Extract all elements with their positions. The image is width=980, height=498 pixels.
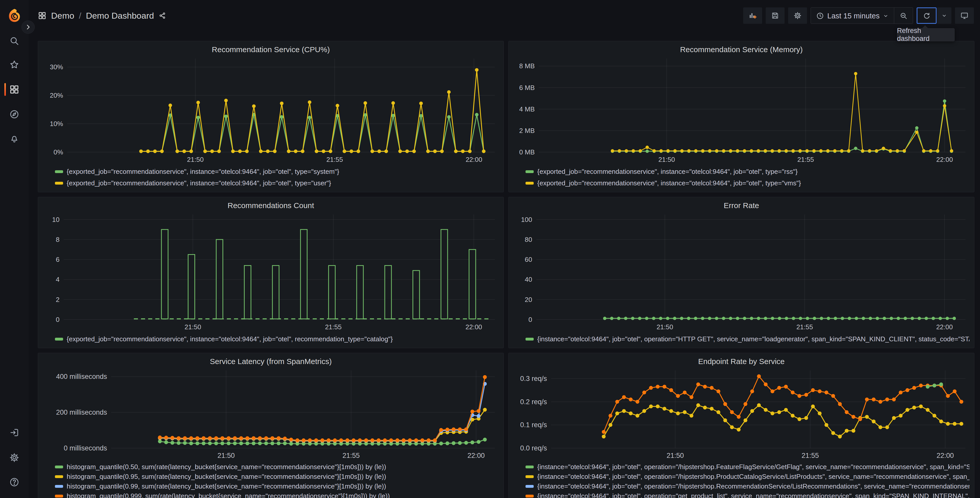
search-icon[interactable] bbox=[9, 36, 19, 46]
legend-item[interactable]: {exported_job="recommendationservice", i… bbox=[55, 334, 499, 345]
legend-label: {instance="otelcol:9464", job="otel", op… bbox=[537, 463, 969, 471]
refresh-button[interactable] bbox=[916, 7, 937, 24]
sidebar-expand-button[interactable] bbox=[21, 21, 35, 34]
breadcrumb-current[interactable]: Demo Dashboard bbox=[86, 11, 154, 21]
compass-icon[interactable] bbox=[9, 109, 19, 120]
legend-label: {exported_job="recommendationservice", i… bbox=[67, 168, 339, 176]
legend-item[interactable]: histogram_quantile(0.99, sum(rate(latenc… bbox=[55, 481, 499, 491]
panel-cpu: Recommendation Service (CPU%) 0%10%20%30… bbox=[38, 41, 504, 192]
dashboards-grid-icon[interactable] bbox=[9, 85, 19, 94]
panel-count: Recommendations Count 024681021:5021:552… bbox=[38, 197, 504, 348]
legend-item[interactable]: {instance="otelcol:9464", job="otel", op… bbox=[525, 462, 969, 472]
legend-item[interactable]: {exported_job="recommendationservice", i… bbox=[525, 177, 969, 189]
sidebar bbox=[0, 0, 29, 498]
star-icon[interactable] bbox=[9, 59, 19, 70]
legend-swatch bbox=[55, 182, 63, 185]
svg-text:21:55: 21:55 bbox=[325, 323, 342, 331]
legend-item[interactable]: {exported_job="recommendationservice", i… bbox=[525, 166, 969, 177]
panel-title[interactable]: Recommendation Service (Memory) bbox=[513, 44, 969, 56]
svg-text:20: 20 bbox=[525, 295, 532, 303]
legend-swatch bbox=[55, 338, 63, 340]
svg-text:21:50: 21:50 bbox=[185, 323, 201, 331]
legend-swatch bbox=[525, 485, 534, 488]
svg-text:21:50: 21:50 bbox=[667, 452, 684, 460]
legend-item[interactable]: histogram_quantile(0.999, sum(rate(laten… bbox=[55, 491, 499, 498]
refresh-controls bbox=[916, 7, 951, 24]
gear-icon[interactable] bbox=[9, 452, 19, 463]
panel-title[interactable]: Service Latency (from SpanMetrics) bbox=[43, 356, 499, 367]
legend-swatch bbox=[525, 466, 534, 468]
svg-text:80: 80 bbox=[525, 235, 532, 243]
refresh-tooltip: Refresh dashboard bbox=[897, 28, 955, 42]
svg-text:200 milliseconds: 200 milliseconds bbox=[56, 409, 107, 416]
memory-chart[interactable]: 0 MB2 MB4 MB6 MB8 MB21:5021:5522:00 bbox=[513, 56, 969, 164]
legend-label: {instance="otelcol:9464", job="otel", op… bbox=[537, 492, 969, 498]
svg-text:400 milliseconds: 400 milliseconds bbox=[56, 373, 107, 380]
dashboard-settings-button[interactable] bbox=[788, 7, 807, 24]
legend-label: histogram_quantile(0.95, sum(rate(latenc… bbox=[67, 473, 386, 480]
cpu-chart[interactable]: 0%10%20%30%21:5021:5522:00 bbox=[43, 56, 499, 164]
svg-text:22:00: 22:00 bbox=[936, 323, 953, 331]
bell-icon[interactable] bbox=[9, 134, 19, 144]
panel-title[interactable]: Recommendations Count bbox=[43, 200, 499, 211]
save-dashboard-button[interactable] bbox=[766, 7, 784, 24]
question-circle-icon[interactable] bbox=[9, 477, 19, 487]
panel-title[interactable]: Error Rate bbox=[513, 200, 969, 211]
error-rate-chart[interactable]: 02040608010021:5021:5522:00 bbox=[513, 211, 969, 332]
svg-text:6 MB: 6 MB bbox=[519, 84, 535, 91]
breadcrumb-root[interactable]: Demo bbox=[51, 11, 74, 21]
legend-item[interactable]: {exported_job="recommendationservice", i… bbox=[55, 166, 499, 177]
svg-text:21:55: 21:55 bbox=[343, 452, 360, 460]
breadcrumb: Demo / Demo Dashboard bbox=[38, 0, 166, 31]
latency-legend: histogram_quantile(0.50, sum(rate(latenc… bbox=[43, 460, 499, 498]
sign-in-icon[interactable] bbox=[9, 428, 19, 438]
svg-text:10%: 10% bbox=[50, 120, 63, 128]
toolbar: Last 15 minutes bbox=[743, 7, 974, 24]
zoom-out-button[interactable] bbox=[894, 8, 913, 24]
svg-text:21:50: 21:50 bbox=[659, 156, 675, 163]
legend-item[interactable]: histogram_quantile(0.95, sum(rate(latenc… bbox=[55, 472, 499, 481]
legend-item[interactable]: {exported_job="recommendationservice", i… bbox=[55, 177, 499, 189]
legend-label: histogram_quantile(0.50, sum(rate(latenc… bbox=[67, 463, 386, 471]
panel-endpoint-rate: Endpoint Rate by Service 0.0 req/s0.1 re… bbox=[508, 353, 974, 498]
count-chart[interactable]: 024681021:5021:5522:00 bbox=[43, 211, 499, 332]
share-alt-icon[interactable] bbox=[159, 12, 166, 19]
legend-item[interactable]: {instance="otelcol:9464", job="otel", op… bbox=[525, 491, 969, 498]
legend-item[interactable]: {instance="otelcol:9464", job="otel", op… bbox=[525, 472, 969, 481]
refresh-interval-dropdown[interactable] bbox=[937, 7, 951, 24]
panel-title[interactable]: Endpoint Rate by Service bbox=[513, 356, 969, 367]
svg-text:21:55: 21:55 bbox=[797, 156, 814, 163]
svg-text:2: 2 bbox=[56, 295, 59, 303]
legend-swatch bbox=[55, 485, 63, 488]
grafana-logo[interactable] bbox=[7, 8, 21, 22]
legend-swatch bbox=[525, 338, 534, 340]
memory-legend: {exported_job="recommendationservice", i… bbox=[513, 164, 969, 190]
endpoint-rate-chart[interactable]: 0.0 req/s0.1 req/s0.2 req/s0.3 req/s21:5… bbox=[513, 367, 969, 460]
legend-item[interactable]: {instance="otelcol:9464", job="otel", op… bbox=[525, 481, 969, 491]
legend-swatch bbox=[55, 170, 63, 173]
legend-label: {exported_job="recommendationservice", i… bbox=[537, 168, 798, 176]
refresh-tooltip-label: Refresh dashboard bbox=[897, 27, 955, 43]
svg-text:0.3 req/s: 0.3 req/s bbox=[520, 375, 547, 382]
svg-text:30%: 30% bbox=[50, 63, 63, 71]
svg-text:2 MB: 2 MB bbox=[519, 126, 535, 134]
svg-text:21:55: 21:55 bbox=[326, 156, 343, 163]
svg-text:21:50: 21:50 bbox=[217, 452, 235, 460]
kiosk-mode-button[interactable] bbox=[955, 7, 974, 24]
svg-text:4: 4 bbox=[56, 276, 59, 283]
svg-text:0.2 req/s: 0.2 req/s bbox=[520, 398, 547, 405]
legend-swatch bbox=[525, 182, 534, 185]
svg-text:0 MB: 0 MB bbox=[519, 148, 535, 156]
panel-title[interactable]: Recommendation Service (CPU%) bbox=[43, 44, 499, 56]
svg-text:0 milliseconds: 0 milliseconds bbox=[64, 444, 107, 452]
dashboard-grid: Recommendation Service (CPU%) 0%10%20%30… bbox=[38, 41, 974, 498]
legend-item[interactable]: histogram_quantile(0.50, sum(rate(latenc… bbox=[55, 462, 499, 472]
legend-label: {exported_job="recommendationservice", i… bbox=[537, 179, 801, 187]
time-range-picker[interactable]: Last 15 minutes bbox=[811, 8, 894, 24]
cpu-legend: {exported_job="recommendationservice", i… bbox=[43, 164, 499, 190]
legend-label: histogram_quantile(0.99, sum(rate(latenc… bbox=[67, 482, 386, 490]
svg-text:21:50: 21:50 bbox=[187, 156, 204, 163]
legend-item[interactable]: {instance="otelcol:9464", job="otel", op… bbox=[525, 334, 969, 345]
add-panel-button[interactable] bbox=[743, 7, 762, 24]
latency-chart[interactable]: 0 milliseconds200 milliseconds400 millis… bbox=[43, 367, 499, 460]
